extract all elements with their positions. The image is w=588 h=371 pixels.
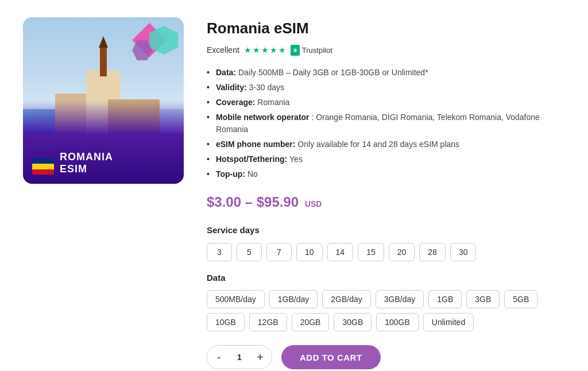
star-5-half: ★ <box>278 44 286 56</box>
data-20gb[interactable]: 20GB <box>292 313 330 331</box>
service-days-label: Service days <box>207 224 565 237</box>
spec-data-value: Daily 500MB – Daily 3GB or 1GB-30GB or U… <box>238 68 428 77</box>
service-day-15[interactable]: 15 <box>358 243 384 261</box>
service-day-20[interactable]: 20 <box>389 243 415 261</box>
image-scene: ROMANIA ESIM <box>23 17 184 184</box>
data-100gb[interactable]: 100GB <box>376 313 419 331</box>
spec-validity-value: 3-30 days <box>249 83 284 92</box>
service-day-7[interactable]: 7 <box>266 243 292 261</box>
spec-coverage: Coverage: Romania <box>207 96 565 109</box>
spec-data-key: Data: <box>216 68 238 77</box>
service-days-grid: 3 5 7 10 14 15 20 28 30 <box>207 243 565 261</box>
specs-list: Data: Daily 500MB – Daily 3GB or 1GB-30G… <box>207 67 565 180</box>
service-day-28[interactable]: 28 <box>419 243 446 261</box>
price-separator: – <box>245 194 257 210</box>
price-min: $3.00 <box>207 194 241 210</box>
spec-esim-number: eSIM phone number: Only available for 14… <box>207 138 565 150</box>
spec-operator: Mobile network operator : Orange Romania… <box>207 111 565 136</box>
spec-hotspot-value: Yes <box>289 154 303 164</box>
price-max: $95.90 <box>257 194 299 210</box>
qty-plus-button[interactable]: + <box>249 345 272 369</box>
data-options-grid: 500MB/day 1GB/day 2GB/day 3GB/day 1GB 3G… <box>207 290 565 331</box>
flag-yellow <box>32 164 54 169</box>
overlay-text: ROMANIA ESIM <box>60 151 113 176</box>
data-12gb[interactable]: 12GB <box>249 313 287 331</box>
data-2gb-day[interactable]: 2GB/day <box>322 290 370 308</box>
spec-hotspot-key: Hotspot/Tethering: <box>216 154 289 164</box>
data-5gb[interactable]: 5GB <box>504 290 537 308</box>
flag-blue <box>32 159 54 164</box>
add-to-cart-button[interactable]: ADD TO CART <box>281 345 381 369</box>
spec-operator-key: Mobile network operator <box>216 113 310 122</box>
service-day-30[interactable]: 30 <box>450 243 477 261</box>
cart-row: - 1 + ADD TO CART <box>207 345 565 369</box>
data-3gb-day[interactable]: 3GB/day <box>376 290 424 308</box>
rating-label: Excellent <box>207 44 239 56</box>
star-2: ★ <box>253 44 260 56</box>
tower <box>100 48 107 76</box>
trustpilot-label: Trustpilot <box>302 45 332 56</box>
quantity-control: - 1 + <box>207 345 272 369</box>
spec-coverage-key: Coverage: <box>216 98 257 107</box>
qty-value: 1 <box>230 351 249 364</box>
spec-esim-number-key: eSIM phone number: <box>216 140 297 149</box>
data-10gb[interactable]: 10GB <box>207 313 245 331</box>
service-day-10[interactable]: 10 <box>296 243 323 261</box>
spec-topup-key: Top-up: <box>216 169 247 179</box>
spec-topup: Top-up: No <box>207 168 565 180</box>
page-container: ROMANIA ESIM Romania eSIM Excellent ★ ★ … <box>0 0 588 371</box>
product-image-section: ROMANIA ESIM <box>23 17 184 184</box>
romania-flag <box>32 159 54 175</box>
trustpilot-logo: ★ Trustpilot <box>291 45 332 56</box>
star-4: ★ <box>270 44 277 56</box>
data-3gb[interactable]: 3GB <box>466 290 500 308</box>
spec-validity-key: Validity: <box>216 83 249 92</box>
stars: ★ ★ ★ ★ ★ <box>244 44 286 56</box>
tower-roof <box>99 36 108 48</box>
data-options-label: Data <box>207 272 565 285</box>
data-unlimited[interactable]: Unlimited <box>423 313 474 331</box>
price-range: $3.00 – $95.90 USD <box>207 192 565 212</box>
price-currency: USD <box>305 199 322 208</box>
service-day-3[interactable]: 3 <box>207 243 232 261</box>
data-options-section: Data 500MB/day 1GB/day 2GB/day 3GB/day 1… <box>207 272 565 332</box>
qty-minus-button[interactable]: - <box>207 345 230 369</box>
data-1gb[interactable]: 1GB <box>428 290 462 308</box>
flag-red <box>32 169 54 175</box>
spec-hotspot: Hotspot/Tethering: Yes <box>207 153 565 165</box>
service-days-section: Service days 3 5 7 10 14 15 20 28 30 <box>207 224 565 261</box>
spec-data: Data: Daily 500MB – Daily 3GB or 1GB-30G… <box>207 67 565 79</box>
spec-esim-number-value: Only available for 14 and 28 days eSIM p… <box>297 140 459 149</box>
service-day-5[interactable]: 5 <box>237 243 262 261</box>
spec-validity: Validity: 3-30 days <box>207 82 565 94</box>
rating-row: Excellent ★ ★ ★ ★ ★ ★ Trustpilot <box>207 44 565 56</box>
spec-topup-value: No <box>247 169 258 179</box>
product-info-section: Romania eSIM Excellent ★ ★ ★ ★ ★ ★ Trust… <box>207 17 565 369</box>
data-30gb[interactable]: 30GB <box>334 313 372 331</box>
product-image-wrapper: ROMANIA ESIM <box>23 17 184 184</box>
star-1: ★ <box>244 44 252 56</box>
star-3: ★ <box>261 44 269 56</box>
data-500mb-day[interactable]: 500MB/day <box>207 290 265 308</box>
trustpilot-star-icon: ★ <box>291 45 300 56</box>
spec-coverage-value: Romania <box>257 98 289 107</box>
data-1gb-day[interactable]: 1GB/day <box>269 290 318 308</box>
image-overlay: ROMANIA ESIM <box>23 101 184 184</box>
product-title: Romania eSIM <box>207 17 565 40</box>
service-day-14[interactable]: 14 <box>327 243 354 261</box>
